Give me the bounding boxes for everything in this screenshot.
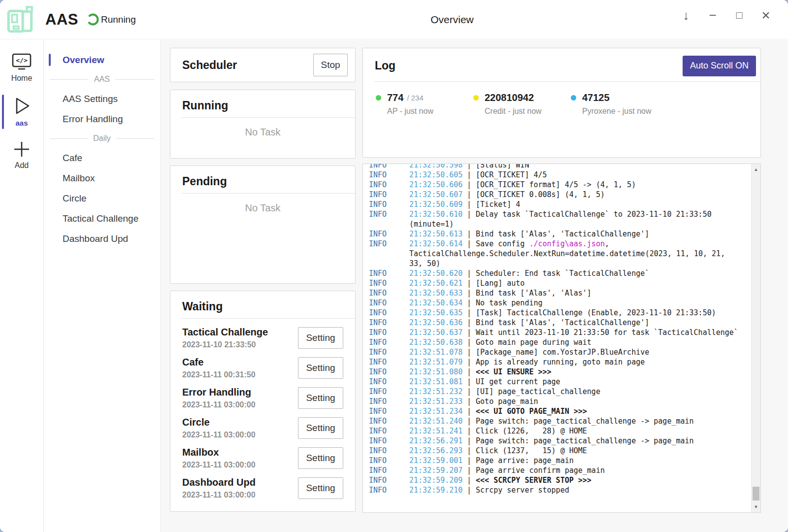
nav-item-aas-settings[interactable]: AAS Settings (44, 89, 160, 109)
stat-value-row: 47125 (571, 92, 668, 103)
waiting-task-info: Circle2023-11-11 03:00:00 (182, 417, 298, 439)
divider-line (116, 138, 154, 139)
scroll-down-button[interactable]: ▼ (752, 502, 760, 511)
nav-item-label: Tactical Challenge (63, 213, 138, 224)
log-line: INFO21:32:51.241| Click (1226, 28) @ HOM… (369, 426, 746, 436)
setting-button-circle[interactable]: Setting (298, 417, 343, 439)
nav-item-label: Circle (63, 193, 87, 204)
waiting-task-name: Mailbox (182, 447, 298, 458)
log-timestamp: 21:32:51.079 (409, 357, 467, 367)
log-separator: | (467, 436, 476, 445)
log-line: INFO21:32:50.614| Save config ./config\a… (369, 239, 746, 249)
log-message: [UI] page_tactical_challenge (476, 387, 600, 396)
log-level: INFO (369, 239, 409, 249)
nav-item-label: Dashboard Upd (63, 233, 128, 244)
log-header: Log Auto Scroll ON (363, 48, 760, 76)
code-monitor-icon: </> (11, 53, 33, 71)
running-empty-text: No Task (170, 127, 355, 138)
log-view[interactable]: INFO21:32:50.598| [Status] WININFO21:32:… (362, 164, 761, 513)
waiting-task-name: Tactical Challenge (182, 327, 298, 338)
setting-button-cafe[interactable]: Setting (298, 357, 343, 379)
left-rail: </> Home aas Add (0, 40, 44, 532)
log-timestamp: 21:32:50.605 (409, 170, 467, 180)
log-timestamp: 21:32:50.606 (409, 180, 467, 190)
log-line: INFO21:32:56.291| Page switch: page_tact… (369, 436, 746, 446)
log-separator: | (467, 308, 476, 317)
running-title: Running (182, 99, 228, 112)
log-level: INFO (369, 367, 409, 377)
log-timestamp: 21:32:50.613 (409, 229, 467, 239)
nav-item-overview[interactable]: Overview (44, 50, 160, 70)
minimize-icon[interactable]: − (699, 2, 726, 29)
log-level: INFO (369, 466, 409, 475)
rail-item-aas[interactable]: aas (0, 92, 43, 132)
log-message: , (605, 239, 609, 248)
app-logo-icon (5, 4, 36, 35)
nav-item-cafe[interactable]: Cafe (44, 148, 160, 168)
log-level: INFO (369, 308, 409, 318)
setting-button-tactical-challenge[interactable]: Setting (298, 327, 343, 349)
log-content: INFO21:32:50.598| [Status] WININFO21:32:… (369, 164, 746, 495)
log-line: INFO21:32:50.607| [OCR_TICKET 0.008s] (4… (369, 190, 746, 200)
log-separator: | (467, 239, 476, 248)
setting-button-mailbox[interactable]: Setting (298, 447, 343, 469)
log-message: Wait until 2023-11-10 21:33:50 for task … (476, 328, 738, 337)
log-timestamp: 21:32:59.001 (409, 456, 467, 466)
rail-item-home[interactable]: </> Home (0, 49, 43, 88)
stat-value: 220810942 (485, 92, 534, 103)
log-timestamp: 21:32:50.633 (409, 288, 467, 298)
close-icon[interactable]: × (753, 2, 779, 29)
nav-item-error-handling[interactable]: Error Handling (44, 109, 160, 129)
scheduler-title: Scheduler (182, 59, 313, 72)
waiting-task-name: Dashboard Upd (182, 477, 298, 488)
log-separator: | (467, 328, 476, 337)
log-level: INFO (369, 337, 409, 347)
log-separator: | (467, 200, 476, 209)
download-icon[interactable]: ↓ (673, 2, 699, 29)
log-separator: | (467, 269, 476, 278)
log-message: [Package_name] com.YostarJP.BlueArchive (476, 348, 649, 357)
setting-button-error-handling[interactable]: Setting (298, 387, 343, 409)
log-line: INFO21:32:51.080| <<< UI ENSURE >>> (369, 367, 746, 377)
log-message: Click (1237, 15) @ HOME (476, 446, 587, 455)
nav-item-mailbox[interactable]: Mailbox (44, 168, 160, 188)
log-separator: | (467, 338, 476, 347)
stop-button[interactable]: Stop (313, 54, 348, 76)
waiting-task-row: Error Handling2023-11-11 03:00:00Setting (182, 383, 343, 413)
log-level: INFO (369, 328, 409, 337)
scroll-thumb[interactable] (753, 487, 759, 500)
maximize-icon[interactable]: □ (726, 2, 753, 29)
waiting-task-info: Error Handling2023-11-11 03:00:00 (182, 387, 298, 409)
play-icon (11, 96, 32, 116)
running-card: Running No Task (170, 90, 356, 159)
log-level: INFO (369, 278, 409, 288)
log-message: Goto page_main (476, 397, 538, 406)
log-timestamp: 21:32:59.210 (409, 485, 467, 495)
log-separator: | (467, 318, 476, 327)
nav-section-label: AAS (89, 75, 115, 84)
rail-item-add[interactable]: Add (0, 136, 43, 175)
log-timestamp: 21:32:50.614 (409, 239, 467, 249)
log-separator: | (467, 210, 476, 219)
setting-button-dashboard-upd[interactable]: Setting (298, 477, 343, 499)
log-message: <<< SCRCPY SERVER STOP >>> (476, 476, 591, 485)
nav-item-circle[interactable]: Circle (44, 188, 160, 208)
log-message: Save config (476, 239, 529, 248)
log-message: Page arrive: page_main (476, 456, 574, 465)
nav-item-tactical-challenge[interactable]: Tactical Challenge (44, 208, 160, 229)
nav-section-label: Daily (88, 134, 116, 143)
stat-dot (376, 95, 381, 100)
app-name: AAS (45, 11, 78, 29)
log-level: INFO (369, 200, 409, 209)
scheduler-status-label: Running (101, 14, 136, 25)
pending-empty-text: No Task (170, 202, 355, 214)
waiting-task-next-run: 2023-11-11 03:00:00 (182, 400, 298, 409)
waiting-task-row: Dashboard Upd2023-11-11 03:00:00Setting (182, 473, 343, 503)
log-level: INFO (369, 318, 409, 328)
log-line: INFO21:32:50.638| Goto main page during … (369, 337, 746, 347)
auto-scroll-button[interactable]: Auto Scroll ON (683, 56, 756, 76)
nav-item-dashboard-upd[interactable]: Dashboard Upd (44, 229, 160, 249)
stat-credit: 220810942Credit - just now (473, 92, 571, 116)
log-scrollbar[interactable]: ▲ ▼ (751, 164, 760, 512)
scroll-up-button[interactable]: ▲ (752, 165, 760, 174)
